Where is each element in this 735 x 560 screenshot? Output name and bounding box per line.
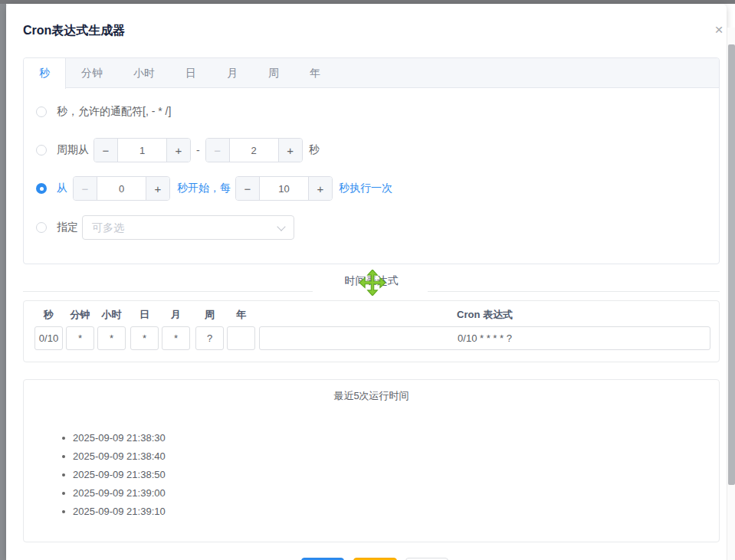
- cell-minutes[interactable]: *: [66, 326, 94, 350]
- range-to-value[interactable]: 2: [230, 139, 278, 162]
- option-row-interval: 从 − 0 + 秒开始，每 − 10 + 秒执行一次: [24, 176, 392, 201]
- interval-suffix-label: 秒执行一次: [339, 182, 392, 195]
- wildcard-label: 秒，允许的通配符[, - * /]: [57, 105, 171, 119]
- cell-cron-expression[interactable]: 0/10 * * * * ?: [259, 326, 710, 350]
- plus-icon[interactable]: +: [166, 139, 190, 162]
- cron-tabs-card: 秒 分钟 小时 日 月 周 年 秒，允许的通配符[, - * /] 周期从 − …: [23, 57, 720, 264]
- minus-icon[interactable]: −: [74, 177, 97, 200]
- specify-multiselect[interactable]: 可多选: [82, 215, 294, 240]
- interval-start-stepper: − 0 +: [73, 176, 170, 201]
- interval-start-value[interactable]: 0: [97, 177, 146, 200]
- range-from-stepper: − 1 +: [94, 138, 191, 162]
- col-header-hours: 小时: [97, 307, 126, 323]
- tab-hours[interactable]: 小时: [118, 58, 170, 88]
- tab-month[interactable]: 月: [212, 58, 253, 88]
- range-dash: -: [196, 144, 200, 156]
- cell-month[interactable]: *: [162, 326, 190, 350]
- col-header-year: 年: [227, 307, 255, 323]
- dialog-title: Cron表达式生成器: [23, 23, 125, 39]
- specify-label: 指定: [57, 221, 78, 234]
- run-time-item: 2025-09-09 21:38:30: [62, 429, 166, 447]
- col-header-month: 月: [162, 307, 190, 323]
- interval-middle-label: 秒开始，每: [177, 182, 231, 195]
- plus-icon[interactable]: +: [278, 139, 302, 162]
- scrollbar-thumb[interactable]: [728, 44, 735, 485]
- recent-runs-box: 最近5次运行时间 2025-09-09 21:38:30 2025-09-09 …: [23, 379, 720, 542]
- tab-bar: 秒 分钟 小时 日 月 周 年: [24, 58, 719, 88]
- recent-runs-list: 2025-09-09 21:38:30 2025-09-09 21:38:40 …: [62, 429, 166, 521]
- radio-wildcard[interactable]: [36, 106, 47, 117]
- interval-every-value[interactable]: 10: [260, 177, 308, 200]
- minus-icon[interactable]: −: [236, 177, 260, 200]
- select-placeholder: 可多选: [92, 216, 124, 239]
- minus-icon[interactable]: −: [94, 139, 118, 162]
- col-header-cron-expression: Cron 表达式: [259, 307, 710, 323]
- page: Cron表达式生成器 × 秒 分钟 小时 日 月 周 年 秒，允许的通配符[, …: [0, 0, 735, 560]
- cell-year[interactable]: [227, 326, 255, 350]
- run-time-item: 2025-09-09 21:38:50: [62, 466, 166, 484]
- tab-year[interactable]: 年: [294, 58, 336, 88]
- tab-week[interactable]: 周: [253, 58, 294, 88]
- background-left-strip: [0, 4, 6, 560]
- recent-runs-title: 最近5次运行时间: [24, 389, 719, 403]
- divider-line-right: [428, 291, 720, 292]
- cell-seconds[interactable]: 0/10: [34, 326, 63, 350]
- col-header-day: 日: [130, 307, 159, 323]
- col-header-seconds: 秒: [34, 307, 63, 323]
- interval-every-stepper: − 10 +: [235, 176, 333, 201]
- divider-line-left: [23, 291, 313, 292]
- option-row-wildcard: 秒，允许的通配符[, - * /]: [24, 100, 171, 124]
- radio-specify[interactable]: [36, 222, 47, 233]
- radio-interval-checked[interactable]: [36, 183, 47, 194]
- interval-prefix-label: 从: [57, 182, 67, 195]
- cell-hours[interactable]: *: [97, 326, 126, 350]
- cell-week[interactable]: ?: [195, 326, 224, 350]
- col-header-week: 周: [195, 307, 224, 323]
- cron-generator-dialog: Cron表达式生成器 × 秒 分钟 小时 日 月 周 年 秒，允许的通配符[, …: [6, 4, 727, 560]
- tab-day[interactable]: 日: [170, 58, 212, 88]
- close-icon[interactable]: ×: [710, 21, 728, 39]
- tab-seconds[interactable]: 秒: [24, 58, 66, 89]
- radio-range[interactable]: [36, 145, 47, 156]
- tab-minutes[interactable]: 分钟: [66, 58, 118, 88]
- option-row-range: 周期从 − 1 + - − 2 + 秒: [24, 138, 320, 162]
- run-time-item: 2025-09-09 21:39:00: [62, 484, 166, 503]
- range-from-value[interactable]: 1: [118, 139, 166, 162]
- range-unit-label: 秒: [309, 143, 320, 157]
- expression-result-box: 秒 分钟 小时 日 月 周 年 Cron 表达式 0/10 * * * * ? …: [23, 300, 720, 362]
- chevron-down-icon: [277, 222, 285, 231]
- range-prefix-label: 周期从: [57, 143, 89, 157]
- plus-icon[interactable]: +: [308, 177, 332, 200]
- minus-icon[interactable]: −: [206, 139, 230, 162]
- plus-icon[interactable]: +: [146, 177, 169, 200]
- cell-day[interactable]: *: [130, 326, 159, 350]
- run-time-item: 2025-09-09 21:38:40: [62, 447, 166, 466]
- col-header-minutes: 分钟: [66, 307, 94, 323]
- option-row-specify: 指定 可多选: [24, 215, 294, 240]
- range-to-stepper: − 2 +: [205, 138, 303, 162]
- run-time-item: 2025-09-09 21:39:10: [62, 503, 166, 521]
- move-cursor-icon: [359, 270, 386, 296]
